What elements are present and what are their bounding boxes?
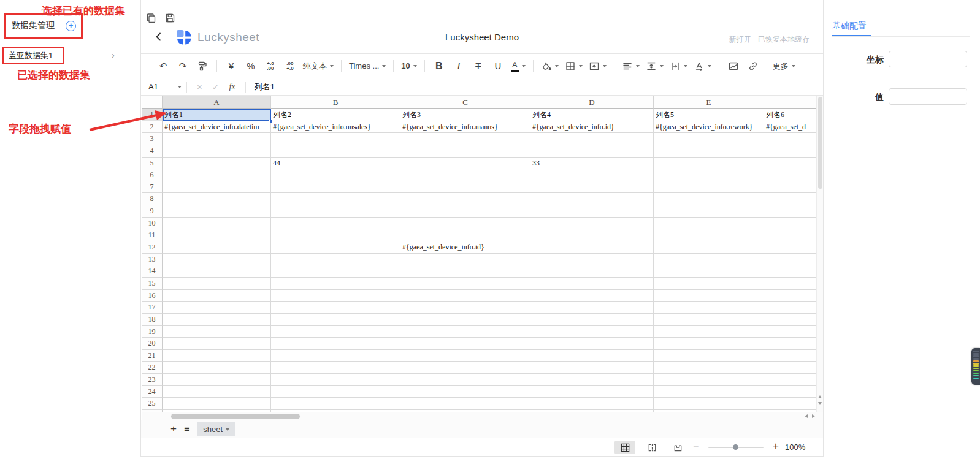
cell-a14[interactable] [163,265,271,278]
row-header-10[interactable]: 10 [142,218,163,230]
text-wrap-button[interactable] [670,58,687,74]
text-rotate-button[interactable] [694,58,711,74]
cell-d7[interactable] [530,181,654,194]
cell-d6[interactable] [530,169,654,181]
row-header-21[interactable]: 21 [142,350,163,362]
row-header-20[interactable]: 20 [142,338,163,350]
cell-d2[interactable]: #{gaea_set_device_info.id} [530,121,654,134]
formula-input[interactable]: 列名1 [255,82,275,93]
vertical-align-button[interactable] [646,58,664,74]
row-header-3[interactable]: 3 [142,133,163,145]
cell-f22[interactable] [764,362,816,374]
cell-b18[interactable] [271,314,400,326]
cell-b14[interactable] [271,265,400,278]
cell-f19[interactable] [764,326,816,338]
cell-d4[interactable] [530,145,654,158]
row-header-2[interactable]: 2 [142,121,163,134]
sheet-tab[interactable]: sheet [197,422,235,436]
cell-d18[interactable] [530,314,654,326]
cell-e2[interactable]: #{gaea_set_device_info.rework} [654,121,764,134]
chevron-down-icon[interactable] [522,65,526,69]
status-new-open[interactable]: 新打开 [729,35,751,44]
cell-c1[interactable]: 列名3 [400,109,530,121]
cell-b22[interactable] [271,362,400,374]
cell-f6[interactable] [764,169,816,181]
cell-b23[interactable] [271,374,400,386]
spreadsheet-grid[interactable]: ABCDEF1列名1列名2列名3列名4列名5列名62#{gaea_set_dev… [142,96,816,412]
scroll-up-icon[interactable] [818,393,822,398]
cell-b12[interactable] [271,241,400,254]
font-family-dropdown[interactable]: Times ... [349,58,386,74]
strikethrough-button[interactable]: T [472,58,485,74]
chevron-down-icon[interactable] [684,65,687,69]
zoom-level[interactable]: 100% [785,442,805,452]
cell-d15[interactable] [530,278,654,290]
cell-e7[interactable] [654,181,764,194]
bold-button[interactable]: B [432,58,446,74]
cell-d12[interactable] [530,241,654,254]
row-header-15[interactable]: 15 [142,278,163,290]
cell-c4[interactable] [400,145,530,158]
add-dataset-icon[interactable]: + [66,21,76,31]
row-header-22[interactable]: 22 [142,362,163,374]
row-header-12[interactable]: 12 [142,241,163,254]
cell-e8[interactable] [654,193,764,205]
cell-e14[interactable] [654,265,764,278]
cell-e15[interactable] [654,278,764,290]
cell-f23[interactable] [764,374,816,386]
normal-view-button[interactable] [614,441,635,454]
select-all-corner[interactable] [142,96,163,109]
row-header-25[interactable]: 25 [142,398,163,410]
vertical-scrollbar[interactable] [816,96,823,412]
cell-b5[interactable]: 44 [271,158,400,170]
cell-a18[interactable] [163,314,271,326]
cell-e18[interactable] [654,314,764,326]
cell-a8[interactable] [163,193,271,205]
value-input[interactable] [889,88,967,105]
horizontal-scrollbar-thumb[interactable] [171,414,300,419]
cell-e9[interactable] [654,205,764,218]
add-sheet-button[interactable]: + [170,423,177,435]
font-color-button[interactable]: A [511,58,526,74]
cell-c2[interactable]: #{gaea_set_device_info.manus} [400,121,530,134]
row-header-4[interactable]: 4 [142,145,163,158]
cell-c14[interactable] [400,265,530,278]
column-header-b[interactable]: B [271,96,400,109]
cell-e23[interactable] [654,374,764,386]
cell-c9[interactable] [400,205,530,218]
zoom-slider[interactable] [708,447,764,448]
column-header-c[interactable]: C [400,96,530,109]
cell-a12[interactable] [163,241,271,254]
cell-f4[interactable] [764,145,816,158]
cell-f17[interactable] [764,302,816,314]
cell-a9[interactable] [163,205,271,218]
cell-a2[interactable]: #{gaea_set_device_info.datetim [163,121,271,134]
cell-d24[interactable] [530,386,654,398]
cell-e17[interactable] [654,302,764,314]
font-size-dropdown[interactable]: 10 [401,58,416,74]
cell-d1[interactable]: 列名4 [530,109,654,121]
cell-c20[interactable] [400,338,530,350]
cell-a10[interactable] [163,218,271,230]
chevron-down-icon[interactable] [178,86,182,90]
cell-e5[interactable] [654,158,764,170]
chevron-down-icon[interactable] [603,65,607,69]
cell-b19[interactable] [271,326,400,338]
cell-d17[interactable] [530,302,654,314]
cell-b21[interactable] [271,350,400,362]
scroll-right-icon[interactable] [812,414,817,418]
cell-d22[interactable] [530,362,654,374]
chevron-down-icon[interactable] [660,65,664,69]
row-header-6[interactable]: 6 [142,169,163,181]
cell-a22[interactable] [163,362,271,374]
cell-a16[interactable] [163,290,271,302]
currency-format-button[interactable]: ¥ [224,58,238,74]
cell-b16[interactable] [271,290,400,302]
cell-f13[interactable] [764,254,816,266]
insert-chart-button[interactable] [727,58,740,74]
cell-e1[interactable]: 列名5 [654,109,764,121]
cell-d16[interactable] [530,290,654,302]
row-header-19[interactable]: 19 [142,326,163,338]
cell-c8[interactable] [400,193,530,205]
selection-handle[interactable] [269,120,273,123]
